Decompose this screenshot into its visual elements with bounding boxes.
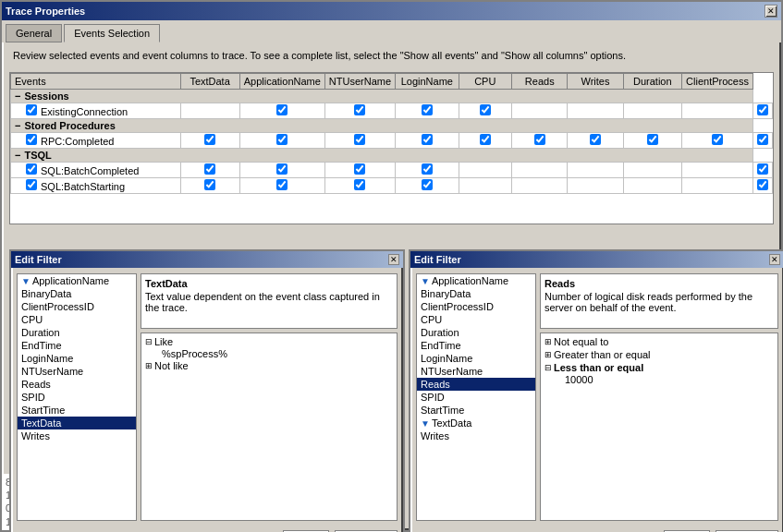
ef2-list-item[interactable]: ▼TextData (417, 417, 535, 429)
ef1-list-item[interactable]: ClientProcessID (18, 300, 136, 313)
tab-general[interactable]: General (6, 24, 62, 42)
col-header-reads: Reads (512, 74, 568, 90)
col-checkbox-cell (239, 103, 324, 119)
ef2-list-item[interactable]: Writes (417, 429, 535, 442)
edit-filter-1-close[interactable]: ✕ (388, 254, 399, 265)
ef2-list-item[interactable]: Reads (417, 378, 535, 391)
ef2-list-item[interactable]: ▼ApplicationName (417, 274, 535, 287)
ef2-filter-group: ⊟Less than or equal10000 (543, 361, 776, 385)
col-checkbox-cell (568, 163, 623, 178)
col-checkbox-cell (396, 178, 459, 194)
col-checkbox-cell (324, 133, 395, 149)
col-header-cpu: CPU (459, 74, 512, 90)
ef2-filter-group-label[interactable]: ⊞Greater than or equal (543, 348, 776, 361)
ef1-list-item[interactable]: Duration (18, 326, 136, 339)
event-name-cell: RPC:Completed (11, 133, 181, 149)
col-checkbox[interactable] (204, 163, 215, 175)
col-header-appname: ApplicationName (239, 74, 324, 90)
tab-events-selection[interactable]: Events Selection (64, 24, 160, 42)
event-checkbox[interactable] (26, 163, 37, 175)
ef2-list-item[interactable]: SPID (417, 391, 535, 404)
col-checkbox-cell (623, 133, 682, 149)
col-checkbox[interactable] (422, 179, 433, 190)
col-checkbox[interactable] (757, 104, 768, 115)
ef1-list-item[interactable]: ▼ApplicationName (18, 274, 136, 287)
col-checkbox[interactable] (534, 134, 545, 145)
ef2-list-item[interactable]: CPU (417, 313, 535, 326)
col-checkbox[interactable] (276, 163, 288, 175)
ef2-list-item[interactable]: StartTime (417, 404, 535, 417)
ef2-filter-group-label[interactable]: ⊞Not equal to (543, 335, 776, 348)
col-checkbox[interactable] (354, 163, 365, 175)
col-checkbox[interactable] (757, 179, 768, 190)
col-checkbox[interactable] (757, 163, 768, 175)
col-checkbox[interactable] (480, 134, 491, 145)
table-group-row: −TSQL (11, 149, 773, 163)
group-expand-icon[interactable]: − (15, 120, 20, 131)
ef1-list-item[interactable]: Reads (18, 378, 136, 391)
close-button[interactable]: ✕ (765, 5, 777, 18)
table-group-row: −Sessions (11, 90, 773, 103)
ef1-filter-group-label[interactable]: ⊟Like (143, 335, 395, 348)
ef2-list-item[interactable]: LoginName (417, 352, 535, 365)
edit-filter-2-close[interactable]: ✕ (769, 254, 780, 265)
ef2-list-item[interactable]: EndTime (417, 339, 535, 352)
col-checkbox-cell (753, 103, 773, 119)
col-checkbox[interactable] (204, 134, 215, 145)
col-header-ntuser: NTUserName (324, 74, 395, 90)
filter-icon: ▼ (21, 276, 31, 286)
ef1-list-item[interactable]: CPU (18, 313, 136, 326)
col-checkbox[interactable] (422, 134, 433, 145)
col-checkbox[interactable] (712, 134, 723, 145)
col-checkbox[interactable] (422, 104, 433, 115)
group-expand-icon[interactable]: − (15, 91, 20, 102)
table-row: ExistingConnection (11, 103, 773, 119)
ef2-list-item[interactable]: Duration (417, 326, 535, 339)
ef1-list-item[interactable]: BinaryData (18, 287, 136, 300)
group-expand-icon[interactable]: − (15, 150, 20, 161)
event-checkbox[interactable] (26, 179, 37, 190)
col-checkbox[interactable] (647, 134, 658, 145)
ef1-list-item[interactable]: NTUserName (18, 365, 136, 378)
ef1-list-item[interactable]: SPID (18, 391, 136, 404)
edit-filter-2-filter-box: ⊞Not equal to⊞Greater than or equal⊟Less… (540, 332, 778, 521)
expand-icon: ⊟ (544, 363, 552, 372)
col-checkbox-cell (396, 133, 459, 149)
table-group-row: −Stored Procedures (11, 119, 773, 133)
edit-filter-1-body: ▼ApplicationNameBinaryDataClientProcessI… (11, 268, 403, 526)
col-checkbox-cell (459, 178, 512, 194)
col-checkbox[interactable] (422, 163, 433, 175)
event-checkbox[interactable] (26, 134, 37, 145)
ef1-filter-group-label[interactable]: ⊞Not like (143, 359, 395, 372)
col-checkbox-cell (682, 163, 753, 178)
col-checkbox[interactable] (354, 104, 365, 115)
ef1-list-item[interactable]: LoginName (18, 352, 136, 365)
col-header-loginname: LoginName (396, 74, 459, 90)
col-checkbox[interactable] (354, 134, 365, 145)
ef2-filter-group-label[interactable]: ⊟Less than or equal (543, 361, 776, 374)
col-header-writes: Writes (568, 74, 623, 90)
col-checkbox[interactable] (276, 134, 288, 145)
ef1-list-item[interactable]: EndTime (18, 339, 136, 352)
ef2-list-item[interactable]: NTUserName (417, 365, 535, 378)
edit-filter-1-list[interactable]: ▼ApplicationNameBinaryDataClientProcessI… (17, 273, 137, 521)
col-checkbox[interactable] (480, 104, 491, 115)
col-checkbox[interactable] (757, 134, 768, 145)
col-checkbox-cell (180, 178, 239, 194)
ef2-list-item[interactable]: BinaryData (417, 287, 535, 300)
event-checkbox[interactable] (26, 104, 37, 115)
col-checkbox[interactable] (276, 179, 288, 190)
col-checkbox[interactable] (276, 104, 288, 115)
col-checkbox-cell (459, 163, 512, 178)
col-checkbox-cell (459, 103, 512, 119)
edit-filter-2-list[interactable]: ▼ApplicationNameBinaryDataClientProcessI… (416, 273, 536, 521)
ef1-list-item[interactable]: TextData (18, 417, 136, 429)
ef1-list-item[interactable]: Writes (18, 429, 136, 442)
ef2-list-item[interactable]: ClientProcessID (417, 300, 535, 313)
events-table: Events TextData ApplicationName NTUserNa… (10, 73, 773, 194)
col-checkbox[interactable] (590, 134, 601, 145)
col-checkbox-cell (512, 163, 568, 178)
col-checkbox[interactable] (354, 179, 365, 190)
col-checkbox[interactable] (204, 179, 215, 190)
ef1-list-item[interactable]: StartTime (18, 404, 136, 417)
